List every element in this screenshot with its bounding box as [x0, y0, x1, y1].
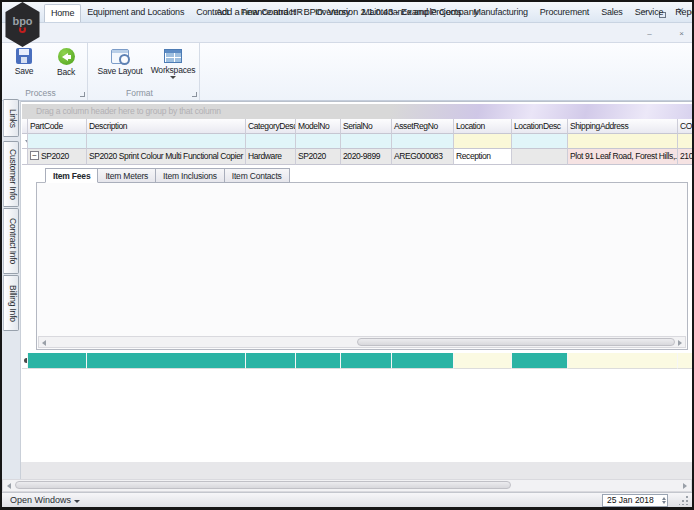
main-grid-header-COSA[interactable]: COSA: [678, 119, 694, 134]
main-grid-filter-Description[interactable]: [87, 134, 246, 149]
ribbon-tab-home[interactable]: Home: [44, 4, 81, 22]
main-row-cell-ShippingAddress[interactable]: Plot 91 Leaf Road, Forest Hills,...: [568, 149, 678, 165]
date-value: 25 Jan 2018: [607, 495, 654, 505]
date-spin-down-icon[interactable]: [662, 501, 666, 504]
detail-tab-item-contacts[interactable]: Item Contacts: [225, 168, 290, 183]
main-grid-filter-Location[interactable]: [454, 134, 512, 149]
main-grid-filter-row: [22, 134, 694, 149]
collapse-row-icon[interactable]: −: [30, 151, 39, 160]
sidebar-tab-customer-info[interactable]: Customer Info: [3, 141, 19, 207]
workspaces-button[interactable]: Workspaces: [148, 46, 198, 86]
sidebar-tab-billing-info[interactable]: Billing Info: [3, 275, 19, 331]
save-icon: [16, 48, 32, 64]
main-grid-new-row: [22, 353, 694, 369]
new-row-cell-AssetRegNo[interactable]: [392, 353, 454, 369]
ribbon-tab-inventory[interactable]: Inventory: [309, 4, 356, 22]
main-row-cell-Description[interactable]: SP2020 Sprint Colour Multi Functional Co…: [87, 149, 246, 165]
ribbon-tab-contract[interactable]: Contract: [190, 4, 234, 22]
detail-tab-item-meters[interactable]: Item Meters: [98, 168, 156, 183]
main-grid-header-Location[interactable]: Location: [454, 119, 512, 134]
new-row-cell-SerialNo[interactable]: [341, 353, 392, 369]
ribbon-tab-procurement[interactable]: Procurement: [534, 4, 595, 22]
back-icon: [58, 48, 75, 65]
main-grid-filter-SerialNo[interactable]: [341, 134, 392, 149]
sidebar-tab-contract-info[interactable]: Contract Info: [3, 208, 19, 274]
detail-scroll-left-icon[interactable]: [42, 340, 46, 346]
main-grid-filter-PartCode[interactable]: [28, 134, 87, 149]
new-row-cell-LocationDesc[interactable]: [512, 353, 568, 369]
date-editor[interactable]: 25 Jan 2018: [602, 494, 668, 507]
new-row-cell-Location[interactable]: [454, 353, 512, 369]
new-row-cell-ShippingAddress[interactable]: [568, 353, 678, 369]
main-row-cell-PartCode[interactable]: −SP2020: [28, 149, 87, 165]
main-grid-header-ShippingAddress[interactable]: ShippingAddress: [568, 119, 678, 134]
detail-scroll-right-icon[interactable]: [678, 340, 682, 346]
main-row-cell-LocationDesc[interactable]: [512, 149, 568, 165]
main-grid-filter-ShippingAddress[interactable]: [568, 134, 678, 149]
sidebar-tab-links[interactable]: Links: [3, 99, 19, 137]
group-by-bar: Drag a column header here to group by th…: [22, 104, 692, 119]
main-row-cell-Location[interactable]: Reception: [454, 149, 512, 165]
main-grid-filter-LocationDesc[interactable]: [512, 134, 568, 149]
open-windows-button[interactable]: Open Windows: [10, 495, 80, 505]
format-group-label: Format: [88, 88, 191, 98]
detail-tab-item-inclusions[interactable]: Item Inclusions: [156, 168, 225, 183]
main-grid-header-SerialNo[interactable]: SerialNo: [341, 119, 392, 134]
detail-tab-strip: Item FeesItem MetersItem InclusionsItem …: [37, 168, 688, 183]
save-button[interactable]: Save: [4, 46, 44, 86]
main-row-cell-CategoryDesc[interactable]: Hardware: [246, 149, 296, 165]
resize-grip[interactable]: [679, 495, 689, 505]
new-row-cell-COSA[interactable]: [678, 353, 694, 369]
open-windows-label: Open Windows: [10, 495, 71, 505]
new-row-cell-Description[interactable]: [87, 353, 246, 369]
ribbon-tab-equipment-and-locations[interactable]: Equipment and Locations: [81, 4, 190, 22]
main-row-cell-COSA[interactable]: 2101: [678, 149, 694, 165]
date-spin-up-icon[interactable]: [662, 497, 666, 500]
main-grid-header-LocationDesc[interactable]: LocationDesc: [512, 119, 568, 134]
main-scroll-left-icon[interactable]: [7, 483, 11, 489]
detail-hscrollbar[interactable]: [38, 336, 686, 348]
logo-accent: [19, 26, 26, 33]
mdi-close-icon[interactable]: ×: [675, 28, 688, 40]
new-row-cell-ModelNo[interactable]: [296, 353, 341, 369]
main-grid-header-Description[interactable]: Description: [87, 119, 246, 134]
detail-tab-item-fees[interactable]: Item Fees: [45, 168, 98, 183]
process-dialog-launcher-icon[interactable]: [80, 92, 85, 97]
ribbon-tab-reporting[interactable]: Reporting: [669, 4, 694, 22]
new-row-cell-PartCode[interactable]: [28, 353, 87, 369]
detail-hscrollbar-thumb[interactable]: [357, 338, 675, 346]
main-row-cell-AssetRegNo[interactable]: AREG000083: [392, 149, 454, 165]
workspaces-icon: [164, 49, 182, 63]
workspaces-label: Workspaces: [151, 65, 196, 75]
ribbon-group-format: Save Layout Workspaces Format: [88, 43, 200, 100]
save-layout-button[interactable]: Save Layout: [92, 46, 148, 86]
ribbon-tab-service[interactable]: Service: [629, 4, 670, 22]
mdi-restore-icon[interactable]: [659, 28, 672, 40]
main-grid-data-row: −SP2020SP2020 Sprint Colour Multi Functi…: [22, 149, 694, 165]
main-hscrollbar[interactable]: [2, 479, 692, 492]
main-grid-header-AssetRegNo[interactable]: AssetRegNo: [392, 119, 454, 134]
status-bar: Open Windows 25 Jan 2018: [2, 492, 692, 507]
mdi-minimize-icon[interactable]: –: [643, 28, 656, 40]
new-row-cell-CategoryDesc[interactable]: [246, 353, 296, 369]
main-grid-header-ModelNo[interactable]: ModelNo: [296, 119, 341, 134]
back-button[interactable]: Back: [46, 46, 86, 86]
main-scroll-right-icon[interactable]: [683, 483, 687, 489]
open-windows-caret-icon: [74, 500, 80, 503]
ribbon-tab-finance-and-hr[interactable]: Finance and HR: [235, 4, 309, 22]
format-dialog-launcher-icon[interactable]: [192, 92, 197, 97]
main-row-cell-SerialNo[interactable]: 2020-9899: [341, 149, 392, 165]
ribbon-tab-sales[interactable]: Sales: [595, 4, 629, 22]
main-hscrollbar-thumb[interactable]: [15, 481, 511, 489]
main-grid-filter-COSA[interactable]: [678, 134, 694, 149]
workspaces-dropdown-icon: [170, 76, 176, 79]
main-grid-filter-CategoryDesc[interactable]: [246, 134, 296, 149]
ribbon-tab-manufacturing[interactable]: Manufacturing: [467, 4, 533, 22]
main-row-cell-ModelNo[interactable]: SP2020: [296, 149, 341, 165]
main-grid-header-row: PartCodeDescriptionCategoryDescModelNoSe…: [22, 119, 694, 134]
main-grid-header-PartCode[interactable]: PartCode: [28, 119, 87, 134]
main-grid-filter-ModelNo[interactable]: [296, 134, 341, 149]
main-grid-header-CategoryDesc[interactable]: CategoryDesc: [246, 119, 296, 134]
ribbon-tab-maintenance-and-projects[interactable]: Maintenance and Projects: [356, 4, 467, 22]
main-grid-filter-AssetRegNo[interactable]: [392, 134, 454, 149]
